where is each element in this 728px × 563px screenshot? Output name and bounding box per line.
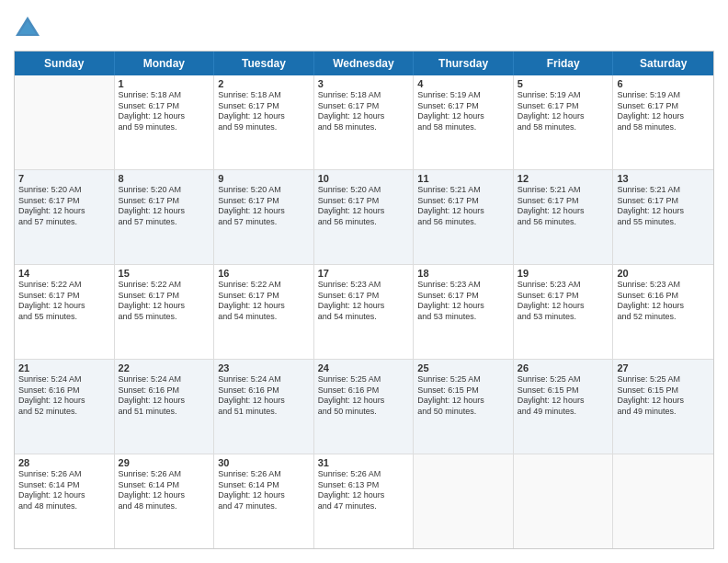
calendar: SundayMondayTuesdayWednesdayThursdayFrid… bbox=[14, 51, 714, 549]
day-number: 28 bbox=[18, 457, 110, 468]
day-number: 13 bbox=[617, 173, 710, 184]
day-info: Sunrise: 5:21 AM Sunset: 6:17 PM Dayligh… bbox=[617, 185, 710, 228]
day-number: 17 bbox=[318, 268, 410, 279]
day-number: 24 bbox=[318, 362, 410, 373]
day-info: Sunrise: 5:19 AM Sunset: 6:17 PM Dayligh… bbox=[617, 90, 710, 133]
calendar-cell: 14Sunrise: 5:22 AM Sunset: 6:17 PM Dayli… bbox=[15, 265, 115, 359]
day-number: 14 bbox=[18, 268, 110, 279]
calendar-cell: 7Sunrise: 5:20 AM Sunset: 6:17 PM Daylig… bbox=[15, 170, 115, 264]
day-info: Sunrise: 5:21 AM Sunset: 6:17 PM Dayligh… bbox=[417, 185, 509, 228]
day-number: 12 bbox=[518, 173, 609, 184]
calendar-row: 14Sunrise: 5:22 AM Sunset: 6:17 PM Dayli… bbox=[15, 265, 713, 360]
calendar-cell bbox=[613, 454, 713, 548]
calendar-cell: 18Sunrise: 5:23 AM Sunset: 6:17 PM Dayli… bbox=[414, 265, 514, 359]
calendar-cell: 2Sunrise: 5:18 AM Sunset: 6:17 PM Daylig… bbox=[214, 75, 314, 169]
day-number: 23 bbox=[218, 362, 310, 373]
calendar-cell: 1Sunrise: 5:18 AM Sunset: 6:17 PM Daylig… bbox=[115, 75, 215, 169]
day-info: Sunrise: 5:23 AM Sunset: 6:17 PM Dayligh… bbox=[417, 280, 509, 323]
calendar-cell: 19Sunrise: 5:23 AM Sunset: 6:17 PM Dayli… bbox=[514, 265, 614, 359]
calendar-row: 1Sunrise: 5:18 AM Sunset: 6:17 PM Daylig… bbox=[15, 75, 713, 170]
calendar-cell: 27Sunrise: 5:25 AM Sunset: 6:15 PM Dayli… bbox=[613, 360, 713, 454]
calendar-cell: 24Sunrise: 5:25 AM Sunset: 6:16 PM Dayli… bbox=[314, 360, 415, 454]
day-number: 8 bbox=[119, 173, 210, 184]
calendar-cell bbox=[15, 75, 115, 169]
day-info: Sunrise: 5:18 AM Sunset: 6:17 PM Dayligh… bbox=[318, 90, 410, 133]
weekday-header-friday: Friday bbox=[514, 52, 614, 75]
day-number: 11 bbox=[417, 173, 509, 184]
weekday-header-tuesday: Tuesday bbox=[214, 52, 314, 75]
day-info: Sunrise: 5:19 AM Sunset: 6:17 PM Dayligh… bbox=[417, 90, 509, 133]
logo bbox=[14, 14, 45, 41]
calendar-cell: 3Sunrise: 5:18 AM Sunset: 6:17 PM Daylig… bbox=[314, 75, 415, 169]
day-number: 5 bbox=[518, 78, 609, 89]
day-number: 3 bbox=[318, 78, 410, 89]
day-number: 20 bbox=[617, 268, 710, 279]
calendar-cell: 25Sunrise: 5:25 AM Sunset: 6:15 PM Dayli… bbox=[414, 360, 514, 454]
day-number: 18 bbox=[417, 268, 509, 279]
day-number: 31 bbox=[318, 457, 410, 468]
day-number: 10 bbox=[318, 173, 410, 184]
calendar-cell: 30Sunrise: 5:26 AM Sunset: 6:14 PM Dayli… bbox=[214, 454, 314, 548]
calendar-header: SundayMondayTuesdayWednesdayThursdayFrid… bbox=[15, 52, 713, 75]
calendar-cell: 10Sunrise: 5:20 AM Sunset: 6:17 PM Dayli… bbox=[314, 170, 415, 264]
calendar-body: 1Sunrise: 5:18 AM Sunset: 6:17 PM Daylig… bbox=[15, 75, 713, 548]
day-number: 2 bbox=[218, 78, 310, 89]
calendar-cell: 17Sunrise: 5:23 AM Sunset: 6:17 PM Dayli… bbox=[314, 265, 415, 359]
day-info: Sunrise: 5:24 AM Sunset: 6:16 PM Dayligh… bbox=[218, 374, 310, 418]
weekday-header-sunday: Sunday bbox=[15, 52, 115, 75]
day-number: 19 bbox=[518, 268, 609, 279]
day-number: 25 bbox=[417, 362, 509, 373]
weekday-header-wednesday: Wednesday bbox=[314, 52, 415, 75]
calendar-cell: 9Sunrise: 5:20 AM Sunset: 6:17 PM Daylig… bbox=[214, 170, 314, 264]
day-number: 6 bbox=[617, 78, 710, 89]
calendar-row: 28Sunrise: 5:26 AM Sunset: 6:14 PM Dayli… bbox=[15, 454, 713, 548]
day-info: Sunrise: 5:26 AM Sunset: 6:14 PM Dayligh… bbox=[119, 469, 210, 512]
calendar-cell bbox=[414, 454, 514, 548]
day-info: Sunrise: 5:25 AM Sunset: 6:16 PM Dayligh… bbox=[318, 374, 410, 418]
calendar-cell: 6Sunrise: 5:19 AM Sunset: 6:17 PM Daylig… bbox=[613, 75, 713, 169]
day-info: Sunrise: 5:23 AM Sunset: 6:17 PM Dayligh… bbox=[518, 280, 609, 323]
day-info: Sunrise: 5:25 AM Sunset: 6:15 PM Dayligh… bbox=[417, 374, 509, 418]
calendar-cell: 21Sunrise: 5:24 AM Sunset: 6:16 PM Dayli… bbox=[15, 360, 115, 454]
day-info: Sunrise: 5:20 AM Sunset: 6:17 PM Dayligh… bbox=[18, 185, 110, 228]
day-info: Sunrise: 5:22 AM Sunset: 6:17 PM Dayligh… bbox=[18, 280, 110, 323]
calendar-cell: 31Sunrise: 5:26 AM Sunset: 6:13 PM Dayli… bbox=[314, 454, 415, 548]
day-info: Sunrise: 5:23 AM Sunset: 6:16 PM Dayligh… bbox=[617, 280, 710, 323]
day-info: Sunrise: 5:25 AM Sunset: 6:15 PM Dayligh… bbox=[617, 374, 710, 418]
day-info: Sunrise: 5:20 AM Sunset: 6:17 PM Dayligh… bbox=[119, 185, 210, 228]
day-number: 22 bbox=[119, 362, 210, 373]
day-number: 1 bbox=[119, 78, 210, 89]
calendar-cell: 11Sunrise: 5:21 AM Sunset: 6:17 PM Dayli… bbox=[414, 170, 514, 264]
calendar-cell: 26Sunrise: 5:25 AM Sunset: 6:15 PM Dayli… bbox=[514, 360, 614, 454]
day-info: Sunrise: 5:26 AM Sunset: 6:13 PM Dayligh… bbox=[318, 469, 410, 512]
calendar-cell: 13Sunrise: 5:21 AM Sunset: 6:17 PM Dayli… bbox=[613, 170, 713, 264]
calendar-cell: 29Sunrise: 5:26 AM Sunset: 6:14 PM Dayli… bbox=[115, 454, 215, 548]
day-number: 9 bbox=[218, 173, 310, 184]
day-info: Sunrise: 5:22 AM Sunset: 6:17 PM Dayligh… bbox=[218, 280, 310, 323]
calendar-cell: 15Sunrise: 5:22 AM Sunset: 6:17 PM Dayli… bbox=[115, 265, 215, 359]
day-number: 4 bbox=[417, 78, 509, 89]
calendar-cell: 12Sunrise: 5:21 AM Sunset: 6:17 PM Dayli… bbox=[514, 170, 614, 264]
day-number: 21 bbox=[18, 362, 110, 373]
day-number: 27 bbox=[617, 362, 710, 373]
day-number: 16 bbox=[218, 268, 310, 279]
day-info: Sunrise: 5:23 AM Sunset: 6:17 PM Dayligh… bbox=[318, 280, 410, 323]
day-info: Sunrise: 5:25 AM Sunset: 6:15 PM Dayligh… bbox=[518, 374, 609, 418]
day-info: Sunrise: 5:24 AM Sunset: 6:16 PM Dayligh… bbox=[18, 374, 110, 418]
calendar-cell: 22Sunrise: 5:24 AM Sunset: 6:16 PM Dayli… bbox=[115, 360, 215, 454]
calendar-cell: 5Sunrise: 5:19 AM Sunset: 6:17 PM Daylig… bbox=[514, 75, 614, 169]
calendar-cell: 23Sunrise: 5:24 AM Sunset: 6:16 PM Dayli… bbox=[214, 360, 314, 454]
day-info: Sunrise: 5:21 AM Sunset: 6:17 PM Dayligh… bbox=[518, 185, 609, 228]
day-info: Sunrise: 5:20 AM Sunset: 6:17 PM Dayligh… bbox=[218, 185, 310, 228]
day-number: 30 bbox=[218, 457, 310, 468]
day-info: Sunrise: 5:26 AM Sunset: 6:14 PM Dayligh… bbox=[218, 469, 310, 512]
calendar-row: 7Sunrise: 5:20 AM Sunset: 6:17 PM Daylig… bbox=[15, 170, 713, 265]
calendar-cell: 28Sunrise: 5:26 AM Sunset: 6:14 PM Dayli… bbox=[15, 454, 115, 548]
day-info: Sunrise: 5:19 AM Sunset: 6:17 PM Dayligh… bbox=[518, 90, 609, 133]
calendar-cell: 8Sunrise: 5:20 AM Sunset: 6:17 PM Daylig… bbox=[115, 170, 215, 264]
day-info: Sunrise: 5:18 AM Sunset: 6:17 PM Dayligh… bbox=[218, 90, 310, 133]
weekday-header-saturday: Saturday bbox=[613, 52, 713, 75]
calendar-cell: 20Sunrise: 5:23 AM Sunset: 6:16 PM Dayli… bbox=[613, 265, 713, 359]
day-info: Sunrise: 5:18 AM Sunset: 6:17 PM Dayligh… bbox=[119, 90, 210, 133]
weekday-header-monday: Monday bbox=[115, 52, 215, 75]
